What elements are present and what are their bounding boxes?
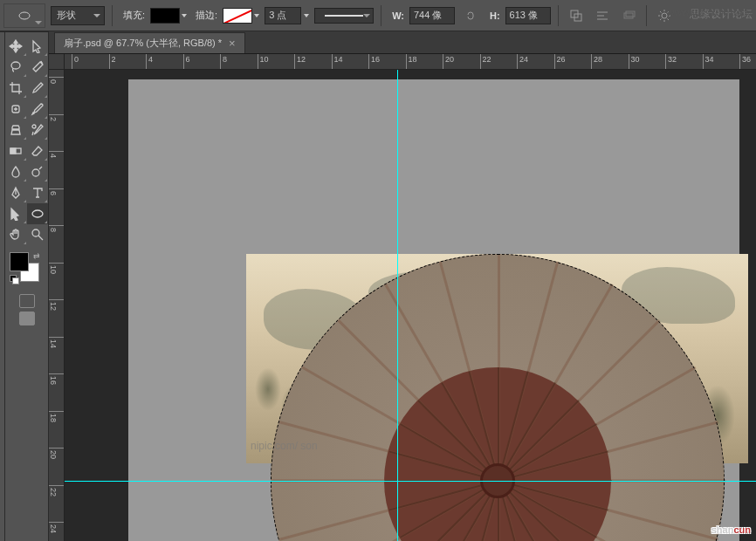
close-icon[interactable]: × (229, 37, 236, 50)
path-ops-icon[interactable] (566, 5, 587, 26)
width-label: W: (392, 10, 404, 21)
history-brush-tool[interactable] (27, 120, 49, 140)
blur-tool[interactable] (5, 161, 27, 182)
stroke-swatch[interactable] (223, 8, 259, 24)
clone-stamp-tool[interactable] (5, 120, 27, 140)
fill-label: 填充: (123, 9, 145, 22)
horizontal-ruler[interactable]: 024681012141618202224262830323436 (65, 54, 756, 70)
link-wh-icon[interactable] (460, 5, 481, 26)
dodge-tool[interactable] (27, 161, 49, 182)
svg-point-8 (32, 125, 36, 128)
svg-point-0 (19, 12, 30, 19)
separator (381, 5, 381, 26)
vertical-ruler[interactable]: 02468101214161820222426 (49, 70, 65, 541)
eraser-tool[interactable] (27, 140, 49, 161)
svg-rect-10 (10, 148, 16, 154)
crop-tool[interactable] (5, 78, 27, 99)
workspace: 扇子.psd @ 67.7% (大半径, RGB/8) * × 02468101… (49, 31, 756, 541)
default-colors-icon[interactable] (10, 275, 18, 284)
zoom-tool[interactable] (27, 224, 49, 245)
vertical-guide[interactable] (397, 70, 398, 541)
healing-brush-tool[interactable] (5, 99, 27, 120)
separator (558, 5, 559, 26)
tool-preset-picker[interactable] (3, 3, 45, 28)
shape-mode-label: 形状 (57, 9, 76, 22)
align-icon[interactable] (592, 5, 613, 26)
brush-tool[interactable] (27, 99, 49, 120)
watermark-url: WWW.MISSYUAN.COM (667, 9, 753, 17)
arrange-icon[interactable] (618, 5, 639, 26)
height-label: H: (490, 10, 500, 21)
fill-color-swatch (150, 8, 180, 24)
move-tool[interactable] (5, 36, 27, 57)
pen-tool[interactable] (5, 182, 27, 203)
width-input[interactable]: 744 像 (409, 7, 455, 24)
eyedropper-tool[interactable] (27, 78, 49, 99)
ruler-origin[interactable] (49, 54, 65, 70)
canvas-viewport[interactable]: nipic.com/ son shancun (65, 70, 756, 541)
svg-point-12 (32, 210, 43, 217)
direct-select-tool[interactable] (27, 36, 49, 57)
shape-mode-select[interactable]: 形状 (51, 6, 105, 25)
svg-point-13 (32, 229, 39, 236)
height-input[interactable]: 613 像 (505, 7, 551, 24)
stroke-label: 描边: (196, 9, 217, 22)
gradient-tool[interactable] (5, 140, 27, 161)
stroke-color-swatch (223, 8, 252, 24)
magic-wand-tool[interactable] (27, 57, 49, 78)
document-tab[interactable]: 扇子.psd @ 67.7% (大半径, RGB/8) * × (54, 32, 245, 53)
shancun-logo: shancun (711, 519, 751, 538)
options-bar: 形状 填充: 描边: 3 点 W: 744 像 H: 613 像 思缘设计论坛 … (0, 0, 756, 31)
svg-point-11 (32, 169, 39, 176)
separator (112, 5, 113, 26)
type-tool[interactable] (27, 182, 49, 203)
separator (646, 5, 647, 26)
quickmask-mode-button[interactable] (19, 312, 35, 325)
ellipse-tool[interactable] (27, 203, 49, 224)
tab-title: 扇子.psd @ 67.7% (大半径, RGB/8) * (64, 37, 222, 50)
hand-tool[interactable] (5, 224, 27, 245)
svg-point-5 (662, 13, 667, 18)
stroke-width-input[interactable]: 3 点 (265, 7, 301, 24)
swap-colors-icon[interactable]: ⇄ (33, 251, 40, 260)
image-watermark: nipic.com/ son (251, 440, 318, 452)
color-swatches[interactable]: ⇄ (10, 252, 39, 282)
quick-mask-toggle (5, 294, 48, 325)
path-select-tool[interactable] (5, 203, 27, 224)
foreground-color[interactable] (10, 252, 29, 271)
document-tab-bar: 扇子.psd @ 67.7% (大半径, RGB/8) * × (49, 31, 756, 54)
fill-swatch[interactable] (150, 8, 187, 24)
document-canvas[interactable]: nipic.com/ son (128, 79, 739, 541)
horizontal-guide[interactable] (65, 481, 756, 482)
lasso-tool[interactable] (5, 57, 27, 78)
standard-mode-button[interactable] (19, 294, 35, 308)
stroke-style-select[interactable] (314, 8, 374, 24)
tools-panel: ⇄ (5, 31, 49, 541)
